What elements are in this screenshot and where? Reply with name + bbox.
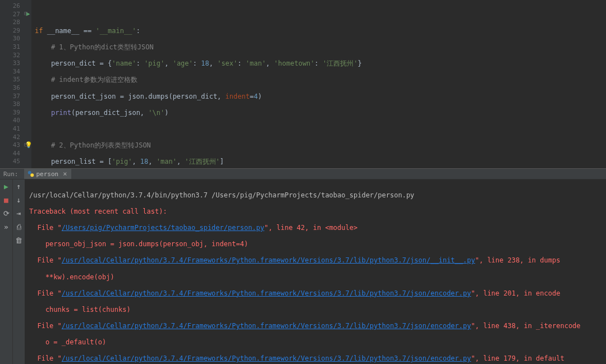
line-number: 30 [0,35,20,43]
line-number: 37 [0,93,20,101]
line-number: 38 [0,100,20,109]
line-number: 39 [0,109,20,117]
fold-icon[interactable]: ⊟ [22,10,29,16]
code-area[interactable]: if __name__ == '__main__': # 1、Python的di… [31,0,606,168]
close-icon[interactable]: × [63,170,67,178]
line-number: 33 [0,59,20,68]
dunder-name: __name__ [47,27,80,35]
file-link[interactable]: /usr/local/Cellar/python/3.7.4/Framework… [62,256,475,264]
line-number: 32 [0,52,20,60]
trash-icon[interactable]: 🗑 [15,237,23,245]
file-link[interactable]: /usr/local/Cellar/python/3.7.4/Framework… [62,289,471,297]
stop-icon[interactable]: ■ [2,196,10,204]
line-number: 40 [0,117,20,125]
line-number: 26 [0,2,20,11]
svg-point-0 [27,171,31,174]
marker-strip: ▶ ⊟ 💡 ⊟ [25,0,31,168]
line-number: 44 [0,150,20,158]
comment: # 2、Python的列表类型转JSON [51,141,151,149]
up-stack-icon[interactable]: ↑ [15,183,23,191]
console-panel: ▶ ■ ⟳ » ↑ ↓ ⇥ ⎙ 🗑 /usr/local/Cellar/pyth… [0,179,606,364]
comment: # 1、Python的dict类型转JSON [51,43,154,51]
line-number: 34 [0,68,20,76]
run-toolbar-left: ▶ ■ ⟳ » [0,179,12,364]
rerun-icon[interactable]: ▶ [2,183,10,191]
file-link[interactable]: /usr/local/Cellar/python/3.7.4/Framework… [62,354,471,362]
soft-wrap-icon[interactable]: ⇥ [15,210,23,218]
run-tab-label: person [36,171,59,178]
kw-if: if [35,27,43,35]
fold-end-icon[interactable]: ⊟ [22,141,29,148]
line-number: 36 [0,84,20,93]
restart-icon[interactable]: ⟳ [2,210,10,218]
line-number: 43 [0,141,20,150]
comment: # indent参数为缩进空格数 [51,76,137,84]
file-link[interactable]: /Users/pig/PycharmProjects/taobao_spider… [62,224,264,232]
svg-point-1 [30,173,34,177]
run-panel-header: Run: person × [0,168,606,179]
run-tab[interactable]: person × [24,169,72,179]
traceback-header: Traceback (most recent call last): [29,208,167,215]
line-number: 41 [0,125,20,133]
line-number: 45 [0,158,20,166]
console-cmd: /usr/local/Cellar/python/3.7.4/bin/pytho… [29,191,414,199]
line-number: 27 [0,11,20,19]
file-link[interactable]: /usr/local/Cellar/python/3.7.4/Framework… [62,322,471,330]
run-toolbar-right: ↑ ↓ ⇥ ⎙ 🗑 [12,179,25,364]
editor-pane: 26 27 28 29 30 31 32 33 34 35 36 37 38 3… [0,0,606,168]
settings-icon[interactable]: » [2,223,10,231]
line-number: 28 [0,19,20,27]
run-label: Run: [3,171,19,178]
editor-gutter: 26 27 28 29 30 31 32 33 34 35 36 37 38 3… [0,0,25,168]
down-stack-icon[interactable]: ↓ [15,196,23,204]
line-number: 31 [0,43,20,52]
print-icon[interactable]: ⎙ [15,223,23,231]
console-output[interactable]: /usr/local/Cellar/python/3.7.4/bin/pytho… [25,179,606,364]
line-number: 42 [0,133,20,142]
python-file-icon [27,171,34,177]
line-number: 35 [0,76,20,84]
line-number: 29 [0,27,20,35]
